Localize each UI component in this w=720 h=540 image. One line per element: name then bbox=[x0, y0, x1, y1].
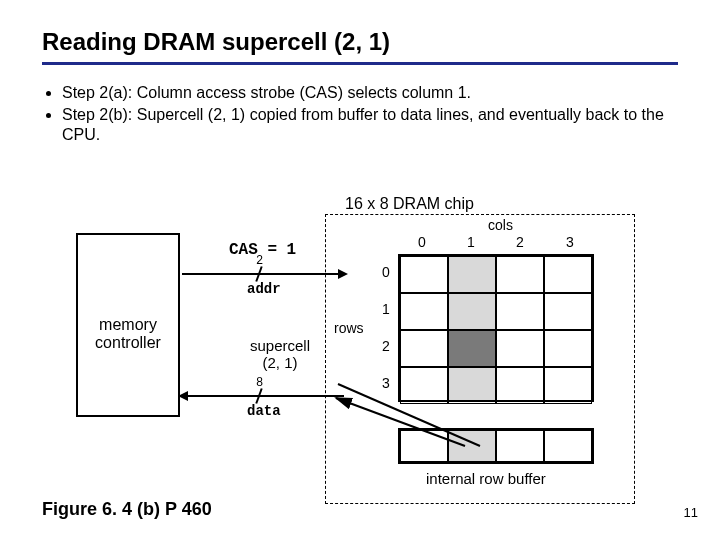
data-label: data bbox=[247, 403, 281, 419]
addr-bus-line bbox=[182, 273, 344, 275]
cols-axis-label: cols bbox=[488, 217, 513, 233]
title-rule bbox=[42, 62, 678, 65]
figure-reference: Figure 6. 4 (b) P 460 bbox=[42, 499, 212, 520]
rows-axis-label: rows bbox=[334, 320, 364, 336]
bullet-item: Step 2(b): Supercell (2, 1) copied from … bbox=[62, 105, 678, 145]
bullet-item: Step 2(a): Column access strobe (CAS) se… bbox=[62, 83, 678, 103]
memory-controller-label: memory controller bbox=[76, 316, 180, 353]
supercell-label: supercell (2, 1) bbox=[240, 338, 320, 371]
data-width: 8 bbox=[256, 376, 263, 390]
output-arrow-icon bbox=[310, 370, 490, 470]
row-num: 1 bbox=[382, 301, 390, 317]
addr-width: 2 bbox=[256, 254, 263, 268]
col-num: 1 bbox=[467, 234, 475, 250]
page-number: 11 bbox=[684, 505, 698, 520]
bullet-list: Step 2(a): Column access strobe (CAS) se… bbox=[42, 83, 678, 145]
addr-label: addr bbox=[247, 281, 281, 297]
col-num: 2 bbox=[516, 234, 524, 250]
col-num: 0 bbox=[418, 234, 426, 250]
page-title: Reading DRAM supercell (2, 1) bbox=[42, 28, 678, 56]
data-arrowhead-icon bbox=[178, 391, 188, 401]
col-num: 3 bbox=[566, 234, 574, 250]
addr-arrowhead-icon bbox=[338, 269, 348, 279]
row-num: 0 bbox=[382, 264, 390, 280]
row-buffer-label: internal row buffer bbox=[426, 470, 546, 487]
chip-label: 16 x 8 DRAM chip bbox=[345, 195, 474, 213]
row-num: 2 bbox=[382, 338, 390, 354]
